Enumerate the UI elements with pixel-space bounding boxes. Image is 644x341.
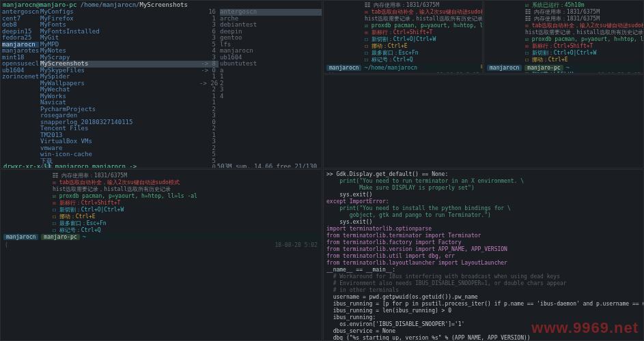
dir-item[interactable]: rosegarden3 (40, 113, 219, 119)
motd-tips: ☷ 内存使用率：1831/6375M☒ tab选取自动补全，输入2次su键自动进… (365, 2, 483, 70)
preview-item[interactable]: 4 (220, 93, 322, 100)
tip-line: ☐ 最多窗口：Esc+Fn (53, 220, 197, 227)
parent-dir-item[interactable]: deepin15 (2, 29, 39, 35)
preview-item[interactable]: lfs (220, 42, 322, 48)
tip-line: ☒ tab选取自动补全，输入2次su键自动进sudo模式 (365, 9, 483, 16)
dir-item[interactable]: VirtualBox VMs3 (40, 138, 219, 145)
parent-dir-item[interactable]: zorincenet (2, 74, 39, 80)
dir-item[interactable]: MySkypeFiles-> 0 (40, 68, 219, 74)
tip-line: ☷ 内存使用率：1831/6375M (525, 9, 644, 16)
watermark: www.9969.net (531, 319, 639, 337)
dir-item[interactable]: MyWorks1 (40, 93, 219, 100)
preview-item[interactable]: arche (220, 16, 322, 23)
code-line: Make sure DISPLAY is properly set") (326, 185, 641, 192)
top-right-terminal-2[interactable]: ☑ 系统已运行：45h10m☷ 内存使用率：1831/6375M☷ 内存使用率：… (484, 0, 644, 74)
dir-item[interactable]: MyWechat2 (40, 87, 219, 93)
terminal-output: (( (325, 71, 337, 74)
tip-line: ☒ tab选取自动补全，输入2次su键自动进sudo模式 (525, 23, 644, 29)
tip-line: ☐ 挪动：Ctrl+E (365, 43, 483, 50)
dir-item[interactable]: MyGit3 (40, 35, 219, 42)
bottom-right-code-viewer[interactable]: >> Gdk.Display.get_default() == None: pr… (323, 169, 644, 341)
ranger-title: manjarocn@manjaro-pc /home/manjarocn/MyS… (1, 1, 322, 9)
dir-item[interactable]: MyScrapy3 (40, 55, 219, 61)
parent-dir-item[interactable]: opensuseclub (2, 61, 39, 68)
parent-dir-item[interactable]: ub1604 (2, 68, 39, 74)
dir-item[interactable]: MyConfigs16 (40, 9, 219, 16)
ranger-parent-column[interactable]: antergoscncent7deb8deepin15fedora25manja… (1, 9, 39, 162)
preview-item[interactable]: 3 (220, 87, 322, 93)
tip-line: ☑ proxdb pacman, p=yaourt, h=htop, ll=ls… (53, 193, 197, 200)
dir-item[interactable]: MyFonts3 (40, 22, 219, 29)
dir-item[interactable]: snapperlog_201803271401150 (40, 119, 219, 126)
ranger-statusbar: drwxr-xr-x ll manjarocn manjarocn -> /ho… (1, 162, 322, 168)
dir-item[interactable]: TM20131 (40, 132, 219, 139)
ranger-path: /home/manjarocn/ (81, 1, 140, 8)
code-line: __name__ == __main__: (326, 267, 641, 273)
dir-item[interactable]: MyFirefox1 (40, 16, 219, 23)
prompt-user: manjarocn (3, 234, 38, 240)
preview-item[interactable]: gentoo (220, 35, 322, 42)
code-line: # in other terminals (326, 287, 641, 294)
right-middle-terminal[interactable] (323, 74, 644, 168)
dir-item[interactable]: MyScreenshots-> 8 (40, 61, 219, 68)
dir-item[interactable]: PycharmProjects2 (40, 106, 219, 113)
tip-line: ☒ 新标行：Ctrl+Shift+T (365, 29, 483, 36)
tip-line: ☑ proxdb pacman, p=yaourt, h=htop, ll=ls… (525, 36, 644, 43)
parent-dir-item[interactable]: fedora25 (2, 35, 39, 42)
parent-dir-item[interactable]: manjarotest (2, 48, 39, 55)
tip-line: ☒ 新标行：Ctrl+Shift+T (525, 43, 644, 50)
prompt-bar: manjarocn manjaro-pc ~ (486, 63, 642, 72)
dir-item[interactable]: Tencent Files2 (40, 125, 219, 132)
code-line: sys.exit() (326, 192, 641, 198)
code-line: from terminatorlib.layoutlauncher import… (326, 260, 641, 267)
preview-item[interactable]: antergoscn (220, 9, 322, 16)
tip-line: ☐ 新切割：Ctrl+O|Ctrl+W (53, 207, 197, 213)
dir-item[interactable]: Navicat1 (40, 100, 219, 106)
dir-item[interactable]: vmware2 (40, 145, 219, 152)
preview-item[interactable]: a (220, 68, 322, 74)
prompt-user: manjarocn (326, 65, 361, 71)
status-right: 503M sum, 14.66 free 21/130 17% (217, 163, 319, 168)
tip-line: ☐ 新切割：Ctrl+O|Ctrl+W (365, 36, 483, 43)
dir-item[interactable]: MyFontsInstalled6 (40, 29, 219, 35)
code-line: from terminatorlib.util import dbg, err (326, 253, 641, 260)
preview-item[interactable]: manjarocn (220, 48, 322, 55)
code-line: username = pwd.getpwuid(os.getuid()).pw_… (326, 294, 641, 301)
dir-item[interactable]: MyMPD5 (40, 42, 219, 48)
top-right-terminal-1[interactable]: ☷ 内存使用率：1831/6375M☒ tab选取自动补全，输入2次su键自动进… (323, 0, 483, 74)
dir-item[interactable]: win-icon-cache5 (40, 151, 219, 158)
tip-line: ☐ 标记号：Ctrl+Q (365, 57, 483, 63)
tip-line: ☑ proxdb pacman, p=yaourt, h=htop, ll=ls… (365, 23, 483, 29)
preview-item[interactable]: 2 (220, 80, 322, 87)
dir-item[interactable]: MySpider1 (40, 74, 219, 80)
tip-line: ☒ 新标行：Ctrl+Shift+T (53, 200, 197, 207)
preview-item[interactable]: ubuntutest (220, 61, 322, 68)
ranger-preview-column[interactable]: antergoscnarchedebiantestdeepingentoolfs… (219, 9, 322, 162)
preview-item[interactable]: deepin (220, 29, 322, 35)
code-line: import terminatorlib.optionparse (326, 226, 641, 233)
preview-item[interactable]: ub1604 (220, 55, 322, 61)
parent-dir-item[interactable]: manjarocn (2, 42, 39, 48)
dir-item[interactable]: MyNotes4 (40, 48, 219, 55)
preview-item[interactable]: debiantest (220, 22, 322, 29)
ranger-columns: antergoscncent7deb8deepin15fedora25manja… (1, 9, 322, 162)
parent-dir-item[interactable]: cent7 (2, 16, 39, 23)
prompt-bar: manjarocn ~ /home/manjarocn (325, 63, 481, 72)
dir-item[interactable]: MyWallpapers-> 26 (40, 80, 219, 87)
ranger-current-column[interactable]: MyConfigs16MyFirefox1MyFonts3MyFontsInst… (39, 9, 219, 162)
bottom-left-terminal[interactable]: ☷ 内存使用率：1831/6375M☒ tab选取自动补全，输入2次su键自动进… (0, 169, 322, 341)
preview-item[interactable]: 1 (220, 74, 322, 80)
code-line: except ImportError: (326, 198, 641, 205)
status-left: drwxr-xr-x ll manjarocn manjarocn -> /ho… (3, 163, 217, 168)
parent-dir-item[interactable]: antergoscn (2, 9, 39, 16)
code-line: ibus_running = len(ibus_running) > 0 (326, 308, 641, 314)
tip-line: ☒ tab选取自动补全，输入2次su键自动进sudo模式 (53, 179, 197, 186)
tip-line: hist选取需要记录，histall选取所有历史记录 (53, 186, 197, 193)
prompt-path: /home/manjarocn (368, 65, 417, 71)
tip-line: hist选取需要记录，histall选取所有历史记录 (525, 29, 644, 36)
parent-dir-item[interactable]: mint18 (2, 55, 39, 61)
parent-dir-item[interactable]: deb8 (2, 22, 39, 29)
code-line: from terminatorlib.factory import Factor… (326, 239, 641, 246)
code-line: ibus_running = [p for p in psutil.proces… (326, 301, 641, 308)
ranger-cwd: MyScreenshots (140, 1, 188, 8)
